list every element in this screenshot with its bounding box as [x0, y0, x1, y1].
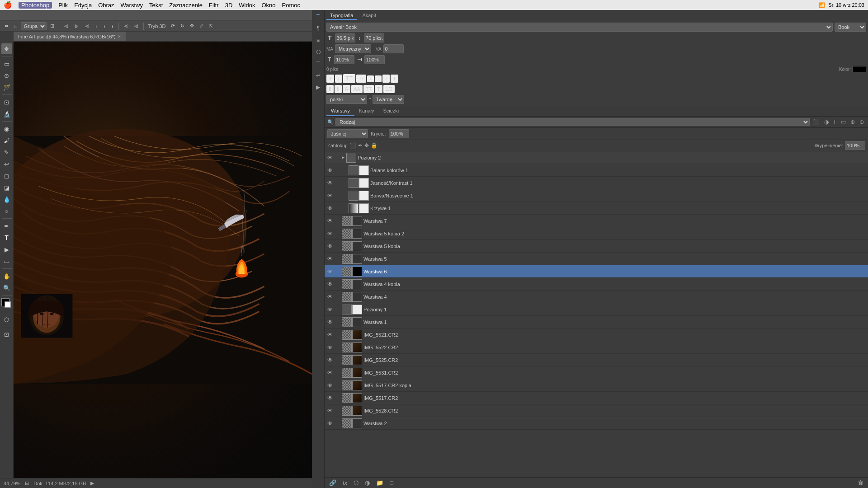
subscript-btn[interactable]: T	[375, 75, 382, 82]
italic-btn[interactable]: T	[335, 75, 343, 83]
layer-visibility-toggle[interactable]: 👁	[326, 255, 334, 263]
3d-mode[interactable]: Tryb 3D	[146, 23, 168, 29]
fill-input[interactable]	[845, 141, 865, 150]
old-style-btn[interactable]: A	[343, 85, 350, 93]
add-style-btn[interactable]: fx	[341, 479, 349, 487]
menu-pomoc[interactable]: Pomoc	[282, 2, 300, 9]
blur-tool[interactable]: 💧	[1, 194, 12, 205]
smallcaps-btn[interactable]: TT	[356, 75, 366, 83]
alt-ligatures-btn[interactable]: fi	[335, 85, 342, 93]
filter-shape-btn[interactable]: ▭	[840, 118, 847, 126]
layer-row[interactable]: 👁IMG_5517.CR2	[325, 392, 868, 404]
actions-panel-icon[interactable]: ▶	[313, 82, 323, 92]
discretionary-btn[interactable]: TT	[363, 85, 374, 93]
kerning-select[interactable]: Metryczny	[335, 44, 371, 53]
opacity-input[interactable]	[389, 129, 409, 138]
layer-row[interactable]: 👁Warstwa 5 kopia	[325, 240, 868, 253]
layer-visibility-toggle[interactable]: 👁	[326, 319, 334, 326]
layer-visibility-toggle[interactable]: 👁	[326, 420, 334, 427]
group-expand-icon[interactable]: ▶	[342, 155, 344, 160]
tab-close[interactable]: ✕	[118, 34, 121, 39]
document-tab[interactable]: Fine Art.psd @ 44,8% (Warstwa 6,RGB/16*)…	[14, 32, 126, 41]
layer-row[interactable]: 👁Warstwa 4 kopia	[325, 278, 868, 291]
filter-type-btn[interactable]: T	[832, 118, 838, 126]
underline-btn[interactable]: T	[382, 75, 390, 83]
new-layer-btn[interactable]: □	[388, 479, 395, 487]
tab-typografia[interactable]: Typografia	[326, 12, 357, 20]
crop-tool[interactable]: ⊡	[1, 97, 12, 108]
link-layers-btn[interactable]: 🔗	[327, 479, 338, 487]
language-select[interactable]: polski	[326, 95, 367, 104]
play-btn[interactable]: ▶	[90, 480, 94, 486]
layer-kind-filter[interactable]: Rodzaj	[335, 118, 810, 126]
history-brush-tool[interactable]: ↩	[1, 159, 12, 169]
text-color-swatch[interactable]	[853, 66, 866, 72]
menu-tekst[interactable]: Tekst	[149, 2, 163, 9]
magic-wand-tool[interactable]: 🪄	[1, 82, 12, 93]
menu-widok[interactable]: Widok	[239, 2, 255, 9]
leading-input[interactable]	[364, 33, 384, 42]
menu-3d[interactable]: 3D	[225, 2, 233, 9]
lasso-tool[interactable]: ⊙	[1, 70, 12, 81]
kerning-input[interactable]	[383, 44, 404, 53]
path-selection-tool[interactable]: ▶	[1, 244, 12, 255]
roll[interactable]: ↻	[179, 23, 186, 29]
layer-visibility-toggle[interactable]: 👁	[326, 293, 334, 300]
tab-akapit[interactable]: Akapit	[359, 12, 380, 20]
filter-toggle[interactable]: ⊙	[858, 118, 865, 126]
allcaps-btn[interactable]: TT	[343, 74, 355, 83]
shape-tool[interactable]: ▭	[1, 256, 12, 267]
typography-panel-icon[interactable]: T	[313, 12, 323, 22]
align-bottom[interactable]: ⫶	[109, 23, 116, 29]
layer-visibility-toggle[interactable]: 👁	[326, 357, 334, 364]
marquee-tool[interactable]: ▭	[1, 58, 12, 69]
filter-pixel-btn[interactable]: ⬛	[811, 118, 821, 126]
distribute-v[interactable]: ⫷	[132, 23, 141, 29]
align-top[interactable]: ⫶	[93, 23, 99, 29]
layer-visibility-toggle[interactable]: 👁	[326, 167, 334, 174]
layer-visibility-toggle[interactable]: 👁	[326, 382, 334, 389]
layer-row[interactable]: 👁Jasność/Kontrast 1	[325, 177, 868, 189]
swash-btn[interactable]: T	[375, 85, 382, 93]
lock-all-icon[interactable]: 🔒	[371, 142, 377, 149]
spot-healing-tool[interactable]: ◉	[1, 123, 12, 134]
screen-mode[interactable]: ⊡	[1, 329, 12, 340]
blend-mode-select[interactable]: Jaśniej	[327, 129, 368, 138]
type-tool[interactable]: T	[1, 232, 12, 243]
tab-warstwy[interactable]: Warstwy	[326, 106, 354, 116]
menu-okno[interactable]: Okno	[261, 2, 275, 9]
eraser-tool[interactable]: ◻	[1, 170, 12, 181]
layer-row[interactable]: 👁IMG_5525.CR2	[325, 354, 868, 366]
layer-visibility-toggle[interactable]: 👁	[326, 306, 334, 313]
move-tool-options[interactable]: ⇔	[3, 23, 10, 29]
layer-row[interactable]: 👁Warstwa 4	[325, 291, 868, 303]
lock-move-icon[interactable]: ✥	[364, 142, 369, 149]
menu-filtr[interactable]: Filtr	[209, 2, 219, 9]
layer-row[interactable]: 👁Warstwa 5	[325, 253, 868, 265]
layer-visibility-toggle[interactable]: 👁	[326, 268, 334, 275]
layer-row[interactable]: 👁Warstwa 2	[325, 417, 868, 430]
background-color[interactable]	[5, 301, 11, 308]
fractions-btn[interactable]: 1/2	[383, 85, 395, 93]
slide[interactable]: ⤢	[198, 23, 205, 29]
quick-mask-mode[interactable]: ⬡	[1, 314, 12, 325]
orbit[interactable]: ⟳	[169, 23, 177, 29]
superscript-btn[interactable]: T	[367, 75, 374, 82]
layer-row[interactable]: 👁IMG_5521.CR2	[325, 328, 868, 341]
font-size-input[interactable]	[335, 33, 355, 42]
layer-row[interactable]: 👁Warstwa 6	[325, 265, 868, 278]
filter-adjust-btn[interactable]: ◑	[823, 118, 830, 126]
lock-position-icon[interactable]: ✒	[358, 142, 363, 149]
new-group-btn[interactable]: 📁	[374, 479, 385, 487]
pen-tool[interactable]: ✒	[1, 221, 12, 231]
hand-tool[interactable]: ✋	[1, 271, 12, 282]
eyedropper-tool[interactable]: 🔬	[1, 108, 12, 119]
layer-visibility-toggle[interactable]: 👁	[326, 192, 334, 199]
font-style-select[interactable]: Book	[835, 23, 866, 32]
align-right[interactable]: ⫷	[83, 23, 91, 29]
distribute-h[interactable]: ⫷	[122, 23, 130, 29]
new-adjustment-btn[interactable]: ◑	[363, 479, 372, 487]
scale-h-input[interactable]	[334, 55, 354, 64]
layer-row[interactable]: 👁Poziomy 1	[325, 303, 868, 316]
menu-obraz[interactable]: Obraz	[98, 2, 114, 9]
